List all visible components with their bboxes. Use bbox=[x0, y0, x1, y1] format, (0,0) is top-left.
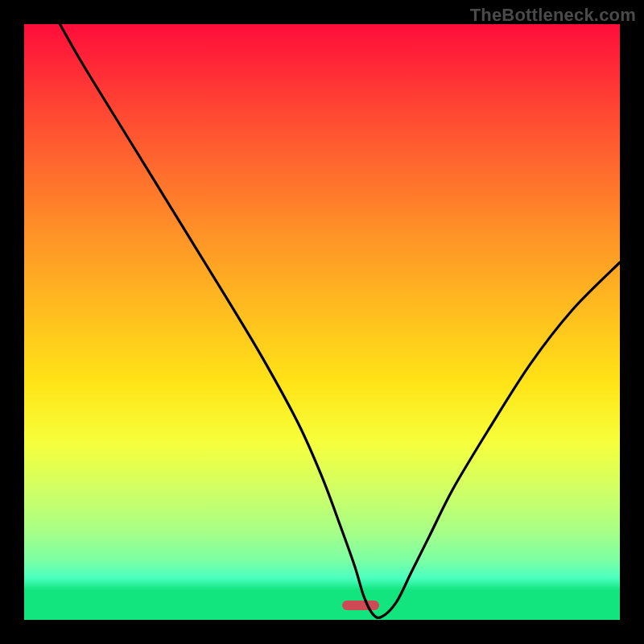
chart-frame: TheBottleneck.com bbox=[0, 0, 644, 644]
plot-area bbox=[24, 24, 620, 620]
watermark-text: TheBottleneck.com bbox=[470, 5, 636, 26]
bottleneck-curve bbox=[24, 24, 620, 620]
